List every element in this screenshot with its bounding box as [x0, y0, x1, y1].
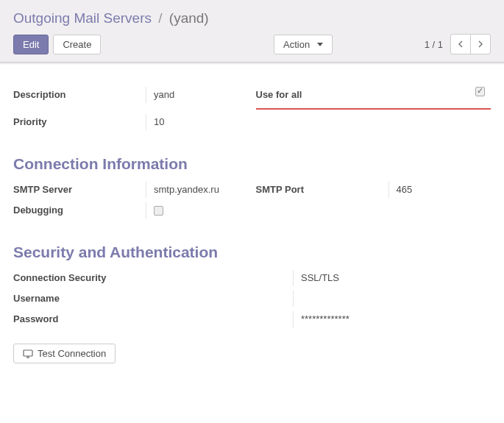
breadcrumb: Outgoing Mail Servers / (yand): [13, 6, 491, 34]
monitor-icon: [23, 349, 33, 358]
password-value: *************: [293, 311, 491, 327]
pager: 1 / 1: [425, 34, 491, 54]
breadcrumb-current: (yand): [169, 10, 209, 26]
priority-label: Priority: [13, 114, 146, 129]
chevron-right-icon: [478, 40, 483, 48]
priority-value: 10: [146, 114, 249, 130]
toolbar: Edit Create Action 1 / 1: [13, 34, 491, 54]
breadcrumb-separator: /: [155, 10, 165, 26]
connection-section-title: Connection Information: [13, 155, 491, 173]
action-dropdown[interactable]: Action: [274, 35, 333, 54]
smtp-server-label: SMTP Server: [13, 182, 146, 197]
smtp-port-value: 465: [388, 182, 491, 198]
smtp-server-value: smtp.yandex.ru: [146, 182, 249, 198]
breadcrumb-parent[interactable]: Outgoing Mail Servers: [13, 10, 152, 26]
test-connection-label: Test Connection: [38, 348, 106, 359]
use-for-all-label: Use for all: [256, 87, 469, 102]
use-for-all-checkbox[interactable]: [475, 87, 485, 96]
password-label: Password: [13, 311, 293, 327]
security-section-title: Security and Authentication: [13, 244, 491, 261]
debugging-label: Debugging: [13, 202, 146, 218]
description-value: yand: [146, 87, 249, 103]
svg-rect-0: [24, 350, 32, 356]
create-button[interactable]: Create: [53, 35, 101, 54]
pager-next-button[interactable]: [470, 34, 491, 54]
edit-button[interactable]: Edit: [13, 35, 49, 54]
username-label: Username: [13, 291, 293, 306]
debugging-value: [146, 202, 249, 218]
username-value: [293, 291, 491, 307]
smtp-port-label: SMTP Port: [256, 182, 388, 197]
debugging-checkbox[interactable]: [154, 206, 163, 216]
content: Description yand Use for all Priority 10…: [0, 65, 504, 378]
test-connection-button[interactable]: Test Connection: [13, 344, 116, 363]
chevron-down-icon: [317, 43, 323, 46]
chevron-left-icon: [458, 40, 464, 48]
connection-security-label: Connection Security: [13, 270, 293, 285]
pager-text: 1 / 1: [425, 39, 443, 50]
description-label: Description: [13, 87, 146, 102]
header: Outgoing Mail Servers / (yand) Edit Crea…: [0, 0, 504, 63]
action-label: Action: [283, 39, 310, 50]
pager-prev-button[interactable]: [450, 34, 471, 54]
connection-security-value: SSL/TLS: [293, 270, 491, 286]
